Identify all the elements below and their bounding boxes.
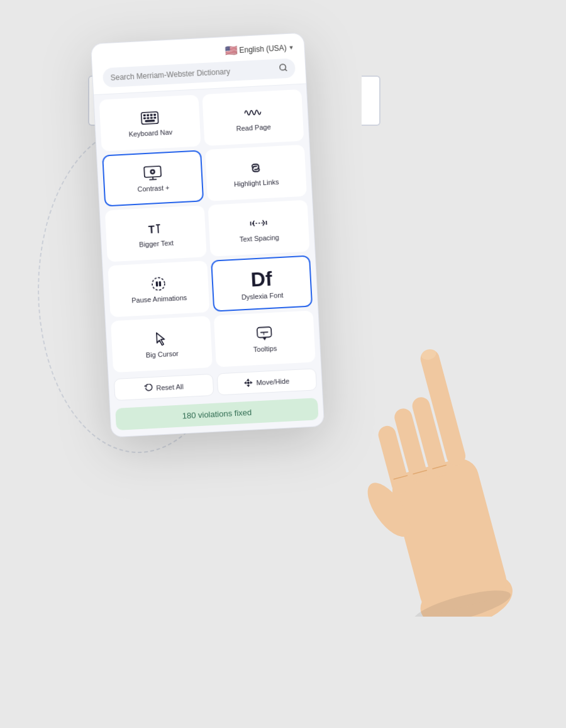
svg-rect-9 xyxy=(150,117,153,119)
chevron-down-icon: ▼ xyxy=(288,44,294,50)
df-icon: Df xyxy=(250,269,272,290)
tooltips-label: Tooltips xyxy=(253,344,277,354)
dyslexia-font-label: Dyslexia Font xyxy=(241,291,284,302)
svg-rect-8 xyxy=(147,117,149,119)
svg-rect-38 xyxy=(410,395,448,479)
bigger-text-label: Bigger Text xyxy=(139,238,174,249)
pause-animations-button[interactable]: Pause Animations xyxy=(108,260,209,317)
waveform-icon xyxy=(243,105,262,121)
svg-rect-37 xyxy=(392,406,429,484)
language-selector[interactable]: 🇺🇸 English (USA) ▼ xyxy=(225,41,294,57)
svg-point-29 xyxy=(248,382,250,384)
svg-rect-5 xyxy=(150,114,153,116)
violations-text: 180 violations fixed xyxy=(182,408,252,421)
svg-line-43 xyxy=(433,465,446,469)
hand-illustration xyxy=(302,239,541,617)
svg-rect-4 xyxy=(147,115,149,116)
search-input[interactable] xyxy=(110,65,274,82)
pause-icon xyxy=(149,276,167,292)
contrast-button[interactable]: Contrast + xyxy=(102,150,204,206)
bigger-text-button[interactable]: T Bigger Text xyxy=(105,205,207,262)
bracket-right xyxy=(362,76,380,126)
svg-rect-6 xyxy=(153,114,156,116)
move-hide-label: Move/Hide xyxy=(256,377,289,386)
keyboard-nav-button[interactable]: Keyboard Nav xyxy=(99,94,201,151)
svg-point-34 xyxy=(414,563,519,617)
highlight-links-button[interactable]: Highlight Links xyxy=(205,145,307,201)
scene: 🇺🇸 English (USA) ▼ xyxy=(0,0,566,728)
keyboard-icon xyxy=(141,110,159,126)
reset-all-label: Reset All xyxy=(156,383,184,391)
dyslexia-font-button[interactable]: Df Dyslexia Font xyxy=(211,255,313,312)
text-spacing-label: Text Spacing xyxy=(240,233,280,244)
svg-rect-11 xyxy=(145,120,155,123)
svg-rect-7 xyxy=(143,118,146,120)
svg-line-20 xyxy=(253,223,265,224)
hand-svg xyxy=(302,239,541,617)
link-icon xyxy=(247,160,265,176)
bigger-text-icon: T xyxy=(147,221,165,237)
language-label: English (USA) xyxy=(239,43,287,55)
svg-line-18 xyxy=(158,225,158,233)
svg-rect-35 xyxy=(388,455,511,617)
svg-point-44 xyxy=(420,348,437,362)
svg-point-23 xyxy=(152,277,165,291)
big-cursor-label: Big Cursor xyxy=(146,349,179,360)
search-bar[interactable] xyxy=(103,58,296,87)
cursor-icon xyxy=(152,332,170,347)
widget-panel: 🇺🇸 English (USA) ▼ xyxy=(91,33,325,438)
flag-icon: 🇺🇸 xyxy=(225,44,238,57)
reset-icon xyxy=(144,384,153,393)
svg-rect-3 xyxy=(143,115,146,116)
move-icon xyxy=(244,379,253,388)
features-grid: Keyboard Nav Read Page xyxy=(94,84,321,378)
svg-rect-39 xyxy=(418,347,467,468)
accessibility-widget: 🇺🇸 English (USA) ▼ xyxy=(91,33,325,438)
svg-point-40 xyxy=(360,476,418,544)
svg-line-1 xyxy=(285,69,287,71)
search-icon xyxy=(279,63,288,74)
text-spacing-button[interactable]: Text Spacing xyxy=(208,200,310,257)
svg-text:i: i xyxy=(263,331,265,337)
read-page-label: Read Page xyxy=(236,123,271,133)
move-hide-button[interactable]: Move/Hide xyxy=(217,368,318,395)
keyboard-nav-label: Keyboard Nav xyxy=(128,128,172,139)
reset-all-button[interactable]: Reset All xyxy=(114,374,214,401)
tooltips-button[interactable]: i Tooltips xyxy=(214,310,316,367)
svg-rect-10 xyxy=(153,117,156,119)
svg-line-42 xyxy=(413,471,426,474)
monitor-icon xyxy=(143,165,162,181)
svg-line-16 xyxy=(150,179,157,180)
text-spacing-icon xyxy=(250,215,268,231)
svg-text:T: T xyxy=(148,224,155,236)
svg-rect-36 xyxy=(376,424,411,495)
pause-animations-label: Pause Animations xyxy=(131,293,187,305)
svg-rect-25 xyxy=(159,281,162,286)
svg-point-45 xyxy=(411,583,514,617)
tooltip-icon: i xyxy=(255,326,274,342)
svg-line-41 xyxy=(394,476,407,479)
big-cursor-button[interactable]: Big Cursor xyxy=(111,316,213,372)
highlight-links-label: Highlight Links xyxy=(234,177,279,189)
contrast-label: Contrast + xyxy=(137,183,170,194)
read-page-button[interactable]: Read Page xyxy=(202,89,304,146)
svg-rect-24 xyxy=(156,281,158,286)
